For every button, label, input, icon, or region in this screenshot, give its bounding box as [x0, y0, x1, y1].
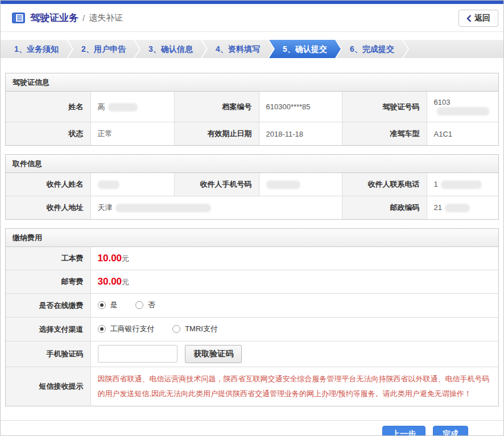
table-row: 工本费 10.00元	[6, 247, 498, 270]
label-postal-code: 邮政编码	[342, 196, 427, 220]
value-status: 正常	[90, 122, 174, 146]
value-vehicle-class: A1C1	[427, 122, 498, 146]
step-6-complete-submit[interactable]: 6、完成提交	[336, 40, 408, 58]
label-status: 状态	[6, 122, 90, 146]
section-pickup-info: 取件信息 收件人姓名 收件人手机号码 收件人联系电话 1 收件人地址 天津 邮政…	[5, 154, 499, 220]
table-row: 姓名 高 档案编号 610300****85 驾驶证号码 6103	[6, 92, 498, 122]
value-recipient-mobile	[259, 173, 342, 196]
back-button[interactable]: 返回	[458, 10, 498, 27]
label-sms-notice: 短信接收提示	[6, 367, 90, 406]
section-title-license: 驾驶证信息	[6, 73, 498, 92]
table-row: 收件人姓名 收件人手机号码 收件人联系电话 1	[6, 173, 498, 196]
chevron-left-icon	[466, 15, 472, 22]
value-postage-fee: 30.00元	[90, 270, 498, 294]
pickup-info-table: 收件人姓名 收件人手机号码 收件人联系电话 1 收件人地址 天津 邮政编码 21	[6, 173, 498, 219]
redacted-blur	[441, 180, 482, 189]
value-license-no: 6103	[427, 92, 498, 122]
step-1-business-notice[interactable]: 1、业务须知	[1, 40, 72, 58]
payment-table: 工本费 10.00元 邮寄费 30.00元 是否在线缴费 是 否	[6, 247, 498, 406]
value-file-no: 610300****85	[259, 92, 342, 122]
value-expiry-date: 2018-11-18	[259, 122, 342, 146]
step-2-user-declaration[interactable]: 2、用户申告	[68, 40, 139, 58]
license-info-table: 姓名 高 档案编号 610300****85 驾驶证号码 6103 状态 正常 …	[6, 92, 498, 145]
label-expiry-date: 有效期止日期	[174, 122, 259, 146]
label-work-fee: 工本费	[6, 247, 90, 270]
label-vehicle-class: 准驾车型	[342, 122, 427, 146]
section-title-pickup: 取件信息	[6, 155, 498, 173]
redacted-blur	[266, 180, 300, 189]
value-sms-notice: 因陕西省联通、电信运营商技术问题，陕西省互联网交通安全综合服务管理平台无法向持陕…	[90, 367, 498, 406]
step-3-confirm-info[interactable]: 3、确认信息	[135, 40, 206, 58]
table-row: 选择支付渠道 工商银行支付 TMRI支付	[6, 318, 498, 342]
footer-actions: 上一步 完成	[1, 421, 503, 436]
table-row: 收件人地址 天津 邮政编码 21	[6, 196, 498, 220]
step-4-fill-materials[interactable]: 4、资料填写	[202, 40, 274, 58]
label-online-payment: 是否在线缴费	[6, 294, 90, 318]
page-title: 驾驶证业务	[30, 11, 79, 24]
sms-notice-text: 因陕西省联通、电信运营商技术问题，陕西省互联网交通安全综合服务管理平台无法向持陕…	[98, 372, 492, 401]
previous-step-button[interactable]: 上一步	[382, 426, 425, 436]
main-content: 驾驶证信息 姓名 高 档案编号 610300****85 驾驶证号码 6103 …	[1, 73, 503, 406]
value-recipient-name	[90, 173, 174, 196]
back-button-label: 返回	[474, 13, 490, 23]
radio-channel-icbc[interactable]: 工商银行支付	[98, 324, 155, 334]
breadcrumb-current: 遗失补证	[89, 13, 123, 23]
work-fee-amount: 10.00	[98, 253, 122, 264]
table-row: 短信接收提示 因陕西省联通、电信运营商技术问题，陕西省互联网交通安全综合服务管理…	[6, 367, 498, 406]
breadcrumb-divider: /	[82, 13, 85, 23]
value-recipient-address: 天津	[90, 196, 342, 220]
step-progress-bar: 1、业务须知 2、用户申告 3、确认信息 4、资料填写 5、确认提交 6、完成提…	[1, 40, 503, 58]
value-payment-channel: 工商银行支付 TMRI支付	[90, 318, 498, 342]
radio-dot-icon	[98, 301, 106, 309]
table-row: 邮寄费 30.00元	[6, 270, 498, 294]
redacted-blur	[437, 107, 489, 116]
label-recipient-mobile: 收件人手机号码	[174, 173, 259, 196]
label-file-no: 档案编号	[174, 92, 259, 122]
radio-dot-icon	[135, 301, 143, 309]
value-online-payment: 是 否	[90, 294, 498, 318]
label-name: 姓名	[6, 92, 90, 122]
redacted-blur	[108, 103, 138, 112]
label-sms-code: 手机验证码	[6, 342, 90, 367]
sms-code-input[interactable]	[98, 345, 177, 363]
table-row: 手机验证码 获取验证码	[6, 342, 498, 367]
section-title-payment: 缴纳费用	[6, 229, 498, 247]
redacted-blur	[98, 180, 119, 189]
label-recipient-phone: 收件人联系电话	[342, 173, 427, 196]
table-row: 是否在线缴费 是 否	[6, 294, 498, 318]
radio-dot-icon	[172, 325, 180, 333]
step-5-confirm-submit-active[interactable]: 5、确认提交	[269, 40, 341, 58]
radio-pay-online-no[interactable]: 否	[135, 300, 155, 310]
page: 驾驶证业务 / 遗失补证 返回 1、业务须知 2、用户申告 3、确认信息 4、资…	[0, 0, 504, 436]
postage-fee-unit: 元	[122, 278, 129, 286]
finish-button[interactable]: 完成	[433, 426, 468, 436]
radio-channel-tmri[interactable]: TMRI支付	[172, 324, 218, 334]
radio-pay-online-yes[interactable]: 是	[98, 300, 118, 310]
value-name: 高	[90, 92, 174, 122]
value-sms-code: 获取验证码	[90, 342, 498, 367]
form-list-icon	[12, 13, 25, 23]
label-postage-fee: 邮寄费	[6, 270, 90, 294]
section-license-info: 驾驶证信息 姓名 高 档案编号 610300****85 驾驶证号码 6103 …	[5, 73, 499, 146]
get-sms-code-button[interactable]: 获取验证码	[185, 345, 242, 363]
value-recipient-phone: 1	[427, 173, 498, 196]
header: 驾驶证业务 / 遗失补证 返回	[1, 4, 503, 32]
label-recipient-address: 收件人地址	[6, 196, 90, 220]
label-license-no: 驾驶证号码	[342, 92, 427, 122]
value-postal-code: 21	[427, 196, 498, 220]
table-row: 状态 正常 有效期止日期 2018-11-18 准驾车型 A1C1	[6, 122, 498, 146]
label-payment-channel: 选择支付渠道	[6, 318, 90, 342]
redacted-blur	[445, 204, 470, 212]
step-bar-filler	[403, 40, 503, 58]
radio-dot-icon	[98, 325, 106, 333]
redacted-blur	[115, 204, 211, 212]
label-recipient-name: 收件人姓名	[6, 173, 90, 196]
value-work-fee: 10.00元	[90, 247, 498, 270]
work-fee-unit: 元	[122, 254, 129, 263]
postage-fee-amount: 30.00	[98, 276, 122, 287]
section-payment-fees: 缴纳费用 工本费 10.00元 邮寄费 30.00元 是否在线缴费	[5, 228, 499, 406]
